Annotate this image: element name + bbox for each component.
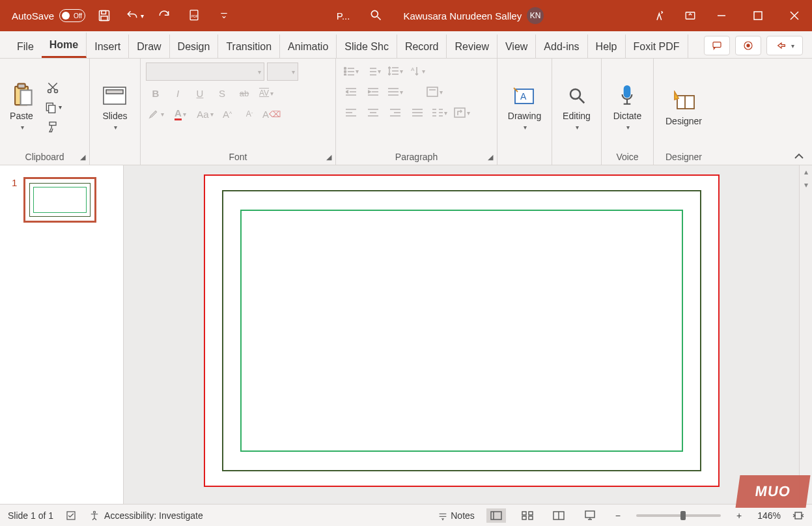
title-bar: AutoSave Off ▾ PDF P... Kawusara Nu xyxy=(0,0,812,31)
tab-help[interactable]: Help xyxy=(588,35,626,58)
save-button[interactable] xyxy=(93,5,115,27)
thumbnail-preview[interactable] xyxy=(23,177,96,223)
smartart-button[interactable]: ▾ xyxy=(452,104,471,121)
sorter-view-button[interactable] xyxy=(518,508,537,523)
paste-button[interactable]: Paste ▾ xyxy=(5,81,38,133)
paragraph-dialog-launcher[interactable]: ◢ xyxy=(488,153,493,161)
cut-button[interactable] xyxy=(43,79,63,96)
display-options-button[interactable] xyxy=(679,5,701,27)
tab-transitions[interactable]: Transition xyxy=(218,35,280,58)
zoom-out-button[interactable]: − xyxy=(611,510,624,521)
bold-button[interactable]: B xyxy=(146,85,165,102)
tab-insert[interactable]: Insert xyxy=(87,35,129,58)
zoom-level[interactable]: 146% xyxy=(757,510,781,521)
collapse-ribbon-button[interactable] xyxy=(794,152,804,161)
qat-customize-button[interactable] xyxy=(213,5,235,27)
increase-indent-button[interactable] xyxy=(363,83,383,100)
scroll-down-button[interactable]: ▾ xyxy=(800,178,812,191)
tab-record[interactable]: Record xyxy=(397,35,447,58)
slideshow-view-button[interactable] xyxy=(580,508,600,523)
tab-design[interactable]: Design xyxy=(170,35,219,58)
fit-to-window-button[interactable] xyxy=(792,510,804,521)
clipboard-dialog-launcher[interactable]: ◢ xyxy=(80,153,85,161)
bullets-button[interactable]: ▾ xyxy=(341,62,361,79)
strikethrough-button[interactable]: ab xyxy=(234,85,254,102)
text-direction-button[interactable]: A▾ xyxy=(408,62,427,79)
slide-canvas-area[interactable] xyxy=(124,165,799,504)
change-case-button[interactable]: Aa▾ xyxy=(195,105,215,122)
increase-font-button[interactable]: A^ xyxy=(217,105,237,122)
tab-view[interactable]: View xyxy=(497,35,536,58)
tab-slideshow[interactable]: Slide Shc xyxy=(337,35,397,58)
char-spacing-button[interactable]: AV▾ xyxy=(257,85,276,102)
search-button[interactable] xyxy=(369,8,384,23)
clear-formatting-button[interactable]: A⌫ xyxy=(262,105,281,122)
maximize-button[interactable] xyxy=(742,0,774,31)
tab-addins[interactable]: Add-ins xyxy=(536,35,587,58)
align-right-button[interactable] xyxy=(385,104,405,121)
slides-button[interactable]: Slides ▾ xyxy=(98,81,131,133)
slide-rectangle-green[interactable] xyxy=(240,210,683,452)
tab-file[interactable]: File xyxy=(9,35,42,58)
redo-button[interactable] xyxy=(153,5,175,27)
close-button[interactable] xyxy=(778,0,811,31)
editing-button[interactable]: Editing ▾ xyxy=(559,81,595,133)
normal-view-button[interactable] xyxy=(486,508,506,523)
chevron-down-icon: ▾ xyxy=(524,124,527,131)
comments-button[interactable] xyxy=(704,36,730,55)
scroll-up-button[interactable]: ▴ xyxy=(800,165,812,178)
columns-button[interactable]: ▾ xyxy=(430,104,449,121)
tab-animations[interactable]: Animatio xyxy=(280,35,337,58)
svg-point-28 xyxy=(344,68,346,70)
highlight-button[interactable]: ▾ xyxy=(146,105,165,122)
group-paragraph: ▾ ▾ ▾ A▾ ▾ ▾ ▾ ▾ Paragraph◢ xyxy=(336,59,497,165)
thumbnail-panel: 1 xyxy=(0,165,124,504)
spellcheck-icon[interactable] xyxy=(65,510,77,521)
drawing-button[interactable]: A Drawing ▾ xyxy=(504,81,545,133)
shadow-button[interactable]: S xyxy=(212,85,232,102)
dictate-button[interactable]: Dictate ▾ xyxy=(609,81,646,133)
slide-counter[interactable]: Slide 1 of 1 xyxy=(8,510,53,521)
zoom-in-button[interactable]: + xyxy=(733,510,746,521)
export-pdf-button[interactable]: PDF xyxy=(183,5,205,27)
reading-view-button[interactable] xyxy=(549,508,568,523)
vertical-scrollbar[interactable]: ▴ ▾ xyxy=(799,165,812,504)
align-center-button[interactable] xyxy=(363,104,383,121)
align-vertical-button[interactable]: ▾ xyxy=(425,83,444,100)
minimize-button[interactable] xyxy=(705,0,738,31)
tab-home[interactable]: Home xyxy=(42,33,87,58)
tab-review[interactable]: Review xyxy=(447,35,497,58)
justify-button[interactable] xyxy=(408,104,427,121)
font-family-select[interactable]: ▾ xyxy=(146,62,264,81)
line-spacing-button[interactable]: ▾ xyxy=(385,62,405,79)
slides-icon xyxy=(102,83,127,108)
align-text-button[interactable]: ▾ xyxy=(385,83,405,100)
tab-foxit[interactable]: Foxit PDF xyxy=(626,35,688,58)
decrease-font-button[interactable]: Aˇ xyxy=(240,105,259,122)
numbering-button[interactable]: ▾ xyxy=(363,62,383,79)
autosave-switch[interactable]: Off xyxy=(59,9,85,22)
share-button[interactable]: ▾ xyxy=(766,36,803,55)
designer-button[interactable]: Designer xyxy=(662,86,706,129)
coming-soon-button[interactable] xyxy=(649,5,671,27)
italic-button[interactable]: I xyxy=(168,85,188,102)
font-dialog-launcher[interactable]: ◢ xyxy=(326,153,331,161)
notes-button[interactable]: Notes xyxy=(438,510,475,521)
zoom-slider[interactable] xyxy=(636,514,721,517)
thumbnail-item[interactable]: 1 xyxy=(0,177,123,223)
record-button[interactable] xyxy=(735,36,761,55)
copy-button[interactable]: ▾ xyxy=(43,99,63,116)
align-left-button[interactable] xyxy=(341,104,361,121)
undo-button[interactable]: ▾ xyxy=(123,5,145,27)
decrease-indent-button[interactable] xyxy=(341,83,361,100)
font-color-button[interactable]: A▾ xyxy=(168,105,193,122)
slide[interactable] xyxy=(204,174,720,487)
autosave-toggle[interactable]: AutoSave Off xyxy=(12,9,85,22)
tab-draw[interactable]: Draw xyxy=(129,35,169,58)
font-size-select[interactable]: ▾ xyxy=(267,62,298,81)
svg-rect-75 xyxy=(624,86,630,97)
format-painter-button[interactable] xyxy=(43,118,63,135)
underline-button[interactable]: U xyxy=(190,85,210,102)
account-name[interactable]: Kawusara Nurudeen Salley KN xyxy=(403,7,544,24)
accessibility-status[interactable]: Accessibility: Investigate xyxy=(89,510,203,521)
